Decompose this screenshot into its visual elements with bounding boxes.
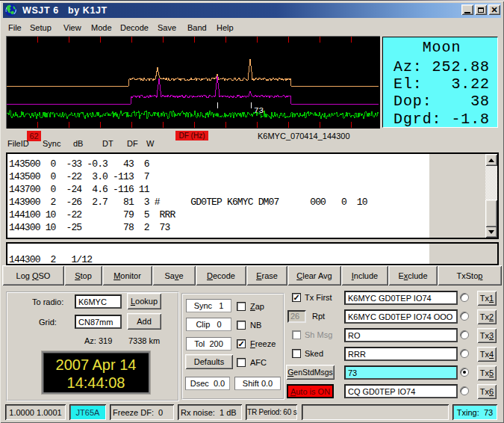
- svg-text:73: 73: [254, 106, 264, 115]
